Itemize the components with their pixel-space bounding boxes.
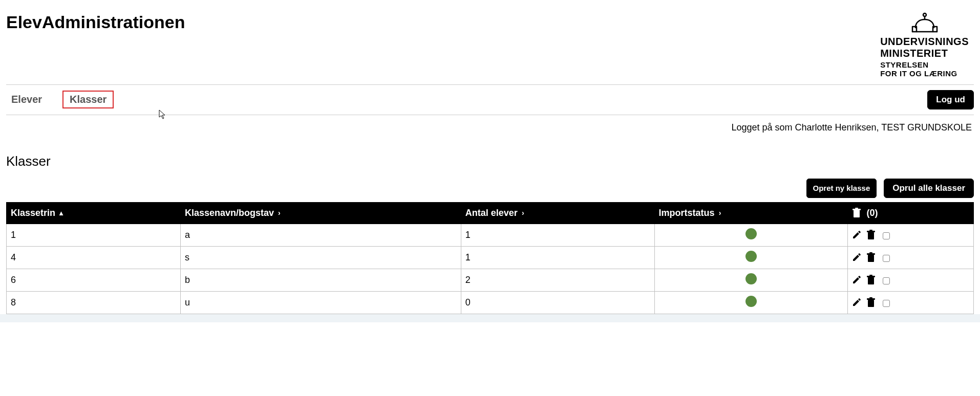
cell-klassenavn: a xyxy=(181,224,461,246)
chevron-right-icon: › xyxy=(719,209,721,217)
trash-count: (0) xyxy=(866,208,878,218)
cell-klassenavn: u xyxy=(181,291,461,314)
classes-table: Klassetrin ▴ Klassenavn/bogstav › Antal … xyxy=(6,202,974,314)
cell-status xyxy=(654,291,848,314)
table-row: 1a1 xyxy=(7,224,974,246)
col-header-antal[interactable]: Antal elever › xyxy=(461,202,654,224)
edit-icon[interactable] xyxy=(852,275,861,284)
svg-rect-14 xyxy=(869,275,872,276)
col-label-importstatus: Importstatus xyxy=(659,208,715,218)
row-checkbox[interactable] xyxy=(883,255,890,262)
tab-elever[interactable]: Elever xyxy=(6,91,47,108)
cell-klassetrin: 8 xyxy=(7,291,181,314)
cell-antal: 2 xyxy=(461,269,654,291)
cell-status xyxy=(654,246,848,269)
table-row: 6b2 xyxy=(7,269,974,291)
svg-rect-4 xyxy=(853,209,861,210)
status-ok-icon xyxy=(745,228,757,239)
chevron-right-icon: › xyxy=(278,209,281,217)
table-row: 4s1 xyxy=(7,246,974,269)
app-title: ElevAdministrationen xyxy=(6,12,185,41)
cell-klassenavn: s xyxy=(181,246,461,269)
logo-text-4: FOR IT OG LÆRING xyxy=(880,69,969,78)
edit-icon[interactable] xyxy=(852,253,861,262)
nav-tabs: Elever Klasser xyxy=(6,91,114,108)
logo-text-2: MINISTERIET xyxy=(880,48,969,59)
svg-rect-12 xyxy=(868,277,874,284)
status-ok-icon xyxy=(745,296,757,307)
cell-klassenavn: b xyxy=(181,269,461,291)
svg-rect-7 xyxy=(867,231,875,232)
chevron-right-icon: › xyxy=(522,209,524,217)
svg-rect-9 xyxy=(868,255,874,262)
status-ok-icon xyxy=(745,273,757,284)
roll-all-classes-button[interactable]: Oprul alle klasser xyxy=(884,179,974,198)
cell-klassetrin: 1 xyxy=(7,224,181,246)
svg-rect-8 xyxy=(869,230,872,231)
col-label-antal: Antal elever xyxy=(465,208,518,218)
cell-antal: 1 xyxy=(461,246,654,269)
edit-icon[interactable] xyxy=(852,230,861,239)
row-checkbox[interactable] xyxy=(883,277,890,284)
row-checkbox[interactable] xyxy=(883,232,890,239)
svg-rect-13 xyxy=(867,276,875,277)
trash-icon[interactable] xyxy=(866,230,876,240)
page-heading: Klasser xyxy=(6,133,974,169)
cell-actions xyxy=(848,246,974,269)
cell-antal: 0 xyxy=(461,291,654,314)
edit-icon[interactable] xyxy=(852,298,861,307)
cell-status xyxy=(654,224,848,246)
logo-text-1: UNDERVISNINGS xyxy=(880,36,969,48)
cell-actions xyxy=(848,269,974,291)
svg-rect-5 xyxy=(855,208,858,209)
col-header-klassenavn[interactable]: Klassenavn/bogstav › xyxy=(181,202,461,224)
cell-antal: 1 xyxy=(461,224,654,246)
logged-in-status: Logget på som Charlotte Henriksen, TEST … xyxy=(6,115,974,133)
cell-actions xyxy=(848,291,974,314)
svg-rect-11 xyxy=(869,252,872,253)
col-header-klassetrin[interactable]: Klassetrin ▴ xyxy=(7,202,181,224)
ministry-logo: UNDERVISNINGS MINISTERIET STYRELSEN FOR … xyxy=(880,12,974,84)
table-row: 8u0 xyxy=(7,291,974,314)
cell-klassetrin: 4 xyxy=(7,246,181,269)
tab-klasser[interactable]: Klasser xyxy=(62,91,114,108)
trash-icon[interactable] xyxy=(866,297,876,307)
col-label-klassetrin: Klassetrin xyxy=(11,208,55,218)
trash-icon[interactable] xyxy=(866,252,876,262)
svg-rect-17 xyxy=(869,297,872,298)
svg-rect-15 xyxy=(868,300,874,307)
cell-klassetrin: 6 xyxy=(7,269,181,291)
svg-rect-3 xyxy=(854,210,860,217)
cell-status xyxy=(654,269,848,291)
row-checkbox[interactable] xyxy=(883,300,890,307)
trash-icon[interactable] xyxy=(852,208,861,218)
trash-icon[interactable] xyxy=(866,275,876,285)
create-class-button[interactable]: Opret ny klasse xyxy=(806,179,877,198)
crown-icon xyxy=(880,12,969,33)
sort-asc-icon: ▴ xyxy=(59,209,63,217)
logo-text-3: STYRELSEN xyxy=(880,60,969,69)
cell-actions xyxy=(848,224,974,246)
col-header-importstatus[interactable]: Importstatus › xyxy=(654,202,848,224)
svg-rect-6 xyxy=(868,232,874,239)
logout-button[interactable]: Log ud xyxy=(927,90,974,109)
svg-rect-16 xyxy=(867,298,875,300)
status-ok-icon xyxy=(745,251,757,262)
col-header-actions: (0) xyxy=(848,202,974,224)
footer-strip xyxy=(0,314,980,322)
svg-rect-10 xyxy=(867,253,875,255)
col-label-klassenavn: Klassenavn/bogstav xyxy=(185,208,274,218)
